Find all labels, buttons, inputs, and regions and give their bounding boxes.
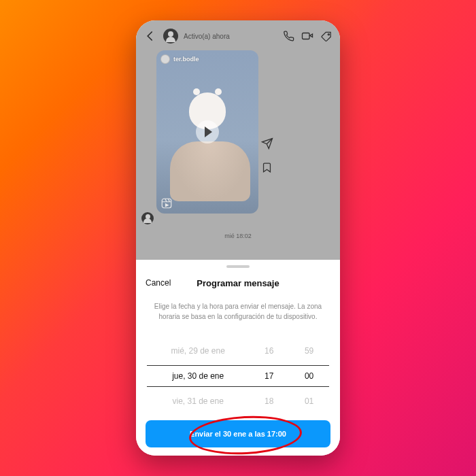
picker-row-prev[interactable]: mié, 29 de ene 16 59 — [147, 339, 329, 362]
video-icon[interactable] — [301, 29, 314, 43]
sender-avatar[interactable] — [141, 212, 154, 224]
bookmark-icon[interactable] — [261, 162, 273, 176]
call-icon[interactable] — [282, 29, 295, 43]
sheet-description: Elige la fecha y la hora para enviar el … — [151, 302, 325, 322]
picker-row-selected[interactable]: jue, 30 de ene 17 00 — [147, 362, 329, 390]
reel-author-avatar — [160, 54, 170, 64]
svg-rect-0 — [303, 33, 310, 39]
datetime-picker[interactable]: mié, 29 de ene 16 59 jue, 30 de ene 17 0… — [147, 339, 329, 413]
chat-header: Activo(a) ahora — [143, 24, 333, 48]
share-icon[interactable] — [261, 137, 273, 152]
svg-point-1 — [328, 33, 329, 35]
shared-reel-message[interactable]: ter.bodle — [156, 50, 258, 214]
picker-row-next[interactable]: vie, 31 de ene 18 01 — [147, 390, 329, 413]
back-icon[interactable] — [143, 30, 158, 42]
phone-frame: Activo(a) ahora ter.bodle — [136, 20, 340, 456]
reel-author-username: ter.bodle — [173, 56, 199, 63]
contact-status: Activo(a) ahora — [184, 33, 230, 40]
chat-screen-dimmed: Activo(a) ahora ter.bodle — [136, 20, 340, 260]
send-scheduled-button[interactable]: Enviar el 30 ene a las 17:00 — [146, 420, 330, 447]
cancel-button[interactable]: Cancel — [146, 278, 171, 288]
reels-icon — [160, 197, 173, 209]
tag-icon[interactable] — [320, 29, 333, 43]
schedule-message-sheet: Cancel Programar mensaje Elige la fecha … — [136, 260, 340, 456]
sheet-title: Programar mensaje — [197, 278, 279, 288]
play-icon[interactable] — [196, 120, 219, 143]
svg-rect-2 — [162, 199, 171, 208]
sheet-drag-handle[interactable] — [226, 265, 250, 268]
reel-side-actions — [261, 137, 273, 176]
contact-avatar[interactable] — [163, 29, 178, 44]
message-timestamp: mié 18:02 — [136, 233, 340, 239]
